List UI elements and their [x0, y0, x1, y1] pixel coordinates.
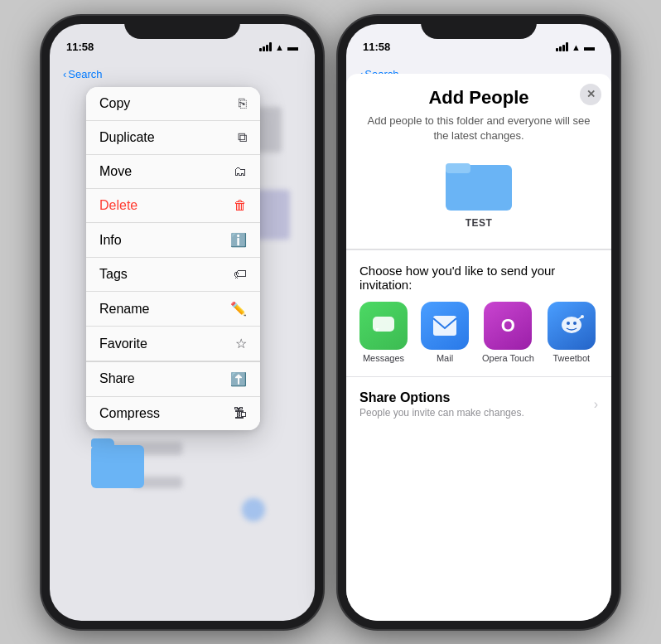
nav-bar-1: ‹ Search [50, 61, 315, 89]
tags-label: Tags [99, 267, 128, 282]
svg-rect-3 [373, 317, 394, 332]
menu-item-compress[interactable]: Compress 🗜 [86, 397, 260, 430]
mail-icon [421, 302, 469, 350]
wifi-icon-2: ▲ [572, 42, 581, 52]
battery-icon-1: ▬ [287, 41, 298, 53]
move-label: Move [99, 164, 132, 179]
status-icons-1: ▲ ▬ [259, 41, 298, 53]
folder-icon-1 [91, 445, 144, 488]
notch-1 [124, 16, 240, 39]
share-options-row[interactable]: Share Options People you invite can make… [346, 376, 611, 432]
info-label: Info [99, 233, 122, 248]
screen-2: 11:58 ▲ ▬ ‹ Search ✕ Ad [346, 24, 611, 621]
duplicate-icon: ⧉ [238, 130, 247, 145]
sheet-header: ✕ Add People Add people to this folder a… [346, 74, 611, 249]
favorite-icon: ☆ [235, 336, 247, 351]
compress-icon: 🗜 [234, 406, 247, 421]
folder-display: TEST [359, 157, 598, 229]
share-options-title: Share Options [359, 390, 524, 405]
status-icons-2: ▲ ▬ [556, 41, 595, 53]
rename-icon: ✏️ [230, 301, 247, 317]
time-1: 11:58 [66, 41, 94, 53]
menu-item-copy[interactable]: Copy ⎘ [86, 87, 260, 121]
menu-item-duplicate[interactable]: Duplicate ⧉ [86, 121, 260, 155]
back-button-1[interactable]: ‹ Search [63, 68, 103, 80]
tweetbot-label: Tweetbot [552, 353, 590, 363]
duplicate-label: Duplicate [99, 130, 155, 145]
battery-icon-2: ▬ [584, 41, 595, 53]
svg-point-10 [581, 315, 584, 318]
menu-item-delete[interactable]: Delete 🗑 [86, 189, 260, 223]
tags-icon: 🏷 [234, 267, 247, 282]
delete-icon: 🗑 [234, 198, 247, 213]
notch-2 [421, 16, 537, 39]
app-row: Messages Mail O Opera Touch [346, 302, 611, 363]
copy-icon: ⎘ [239, 96, 247, 111]
svg-rect-5 [433, 316, 456, 336]
rename-label: Rename [99, 302, 149, 317]
opera-icon: O [484, 302, 532, 350]
menu-item-share[interactable]: Share ⬆️ [86, 362, 260, 397]
menu-item-info[interactable]: Info ℹ️ [86, 223, 260, 258]
close-button[interactable]: ✕ [580, 84, 601, 105]
time-2: 11:58 [363, 41, 390, 53]
move-icon: 🗂 [234, 164, 247, 179]
chevron-left-icon-1: ‹ [63, 68, 66, 80]
app-mail[interactable]: Mail [421, 302, 469, 363]
favorite-label: Favorite [99, 337, 147, 351]
menu-item-move[interactable]: Move 🗂 [86, 155, 260, 189]
phone-1: 11:58 ▲ ▬ ‹ Search [41, 16, 323, 629]
info-icon: ℹ️ [230, 232, 247, 248]
context-menu: Copy ⎘ Duplicate ⧉ Move 🗂 Delete 🗑 In [86, 87, 260, 430]
sheet-divider [346, 249, 611, 250]
phone-2: 11:58 ▲ ▬ ‹ Search ✕ Ad [338, 16, 620, 629]
tweetbot-icon [548, 302, 596, 350]
sheet-subtitle: Add people to this folder and everyone w… [359, 114, 598, 143]
app-opera[interactable]: O Opera Touch [482, 302, 534, 363]
share-options-text: Share Options People you invite can make… [359, 390, 524, 419]
bottom-folder [91, 445, 144, 488]
messages-label: Messages [363, 353, 404, 363]
signal-icon-1 [259, 42, 272, 51]
screen-1: 11:58 ▲ ▬ ‹ Search [50, 24, 315, 621]
app-messages[interactable]: Messages [359, 302, 408, 363]
menu-item-tags[interactable]: Tags 🏷 [86, 258, 260, 292]
phone1-content: 11:58 ▲ ▬ ‹ Search [50, 24, 315, 621]
share-label: Share [99, 371, 135, 386]
svg-rect-2 [446, 163, 470, 173]
folder-name: TEST [466, 217, 493, 229]
back-label-1: Search [68, 68, 102, 80]
add-people-sheet: ✕ Add People Add people to this folder a… [346, 74, 611, 621]
folder-icon-2 [446, 157, 512, 211]
chevron-right-icon: › [594, 397, 598, 412]
menu-item-favorite[interactable]: Favorite ☆ [86, 327, 260, 361]
share-icon: ⬆️ [230, 371, 247, 387]
invite-label: Choose how you'd like to send your invit… [346, 264, 611, 302]
delete-label: Delete [99, 198, 138, 213]
svg-point-7 [567, 322, 570, 325]
share-options-subtitle: People you invite can make changes. [359, 407, 524, 419]
compress-label: Compress [99, 406, 160, 421]
menu-item-rename[interactable]: Rename ✏️ [86, 292, 260, 327]
opera-label: Opera Touch [482, 353, 534, 363]
app-tweetbot[interactable]: Tweetbot [548, 302, 596, 363]
svg-point-8 [573, 322, 577, 325]
copy-label: Copy [99, 96, 130, 111]
mail-label: Mail [437, 353, 453, 363]
wifi-icon-1: ▲ [275, 42, 284, 52]
signal-icon-2 [556, 42, 568, 51]
messages-icon [359, 302, 408, 350]
sheet-title: Add People [359, 87, 598, 109]
